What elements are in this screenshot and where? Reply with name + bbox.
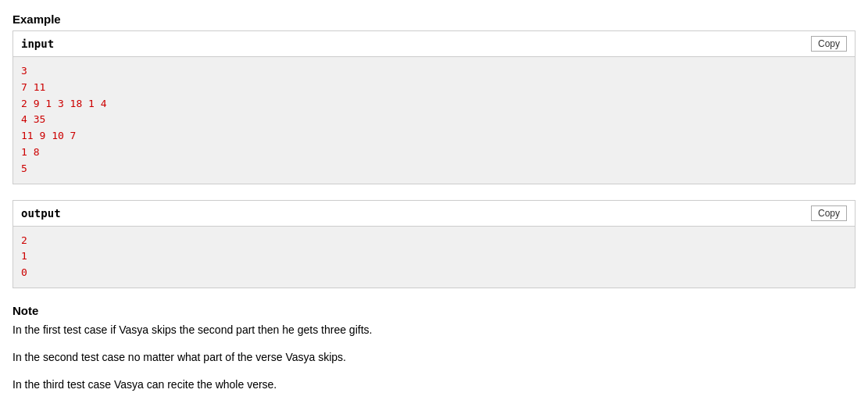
input-line-6: 1 8 (21, 145, 847, 161)
input-line-3: 2 9 1 3 18 1 4 (21, 96, 847, 113)
input-copy-button[interactable]: Copy (811, 36, 847, 52)
input-box: input Copy 3 7 11 2 9 1 3 18 1 4 4 35 11… (13, 30, 855, 184)
output-box: output Copy 2 1 0 (13, 200, 855, 288)
input-line-4: 4 35 (21, 112, 847, 128)
note-paragraph-1: In the first test case if Vasya skips th… (13, 322, 855, 338)
input-line-2: 7 11 (21, 80, 847, 96)
input-line-7: 5 (21, 161, 847, 177)
input-content: 3 7 11 2 9 1 3 18 1 4 4 35 11 9 10 7 1 8… (13, 57, 855, 184)
input-label: input (21, 38, 54, 50)
output-copy-button[interactable]: Copy (811, 205, 847, 221)
note-title: Note (13, 304, 855, 317)
output-line-1: 2 (21, 233, 847, 249)
output-header: output Copy (13, 201, 855, 227)
example-section: Example input Copy 3 7 11 2 9 1 3 18 1 4… (13, 13, 855, 288)
output-line-2: 1 (21, 248, 847, 265)
output-content: 2 1 0 (13, 227, 855, 288)
output-label: output (21, 207, 61, 220)
note-paragraph-3: In the third test case Vasya can recite … (13, 377, 855, 393)
note-section: Note In the first test case if Vasya ski… (13, 304, 855, 393)
output-line-3: 0 (21, 265, 847, 281)
example-title: Example (13, 13, 855, 26)
input-line-5: 11 9 10 7 (21, 128, 847, 145)
input-header: input Copy (13, 31, 855, 57)
input-line-1: 3 (21, 63, 847, 80)
note-paragraph-2: In the second test case no matter what p… (13, 349, 855, 366)
